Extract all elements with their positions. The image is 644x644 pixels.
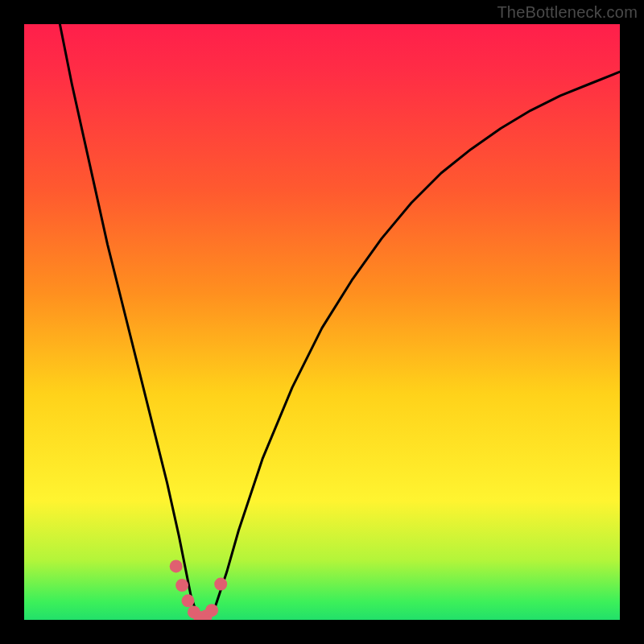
trough-marker: [182, 594, 195, 607]
trough-marker: [175, 579, 188, 592]
trough-markers: [170, 559, 228, 620]
trough-marker: [214, 578, 227, 591]
chart-frame: TheBottleneck.com: [0, 0, 644, 644]
watermark-text: TheBottleneck.com: [497, 3, 638, 22]
curve-svg: [24, 24, 620, 620]
bottleneck-curve: [60, 24, 620, 620]
plot-area: [24, 24, 620, 620]
trough-marker: [205, 604, 218, 617]
trough-marker: [170, 559, 183, 572]
